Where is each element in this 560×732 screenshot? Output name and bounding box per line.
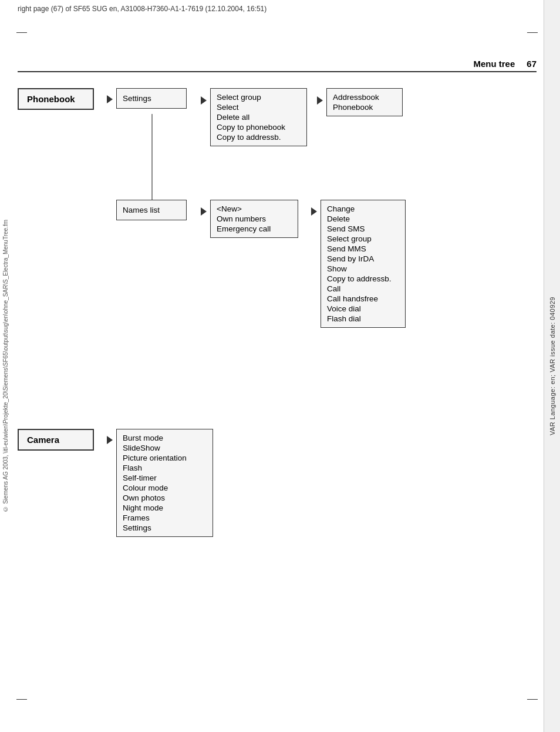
phonebook-item: Phonebook [333, 102, 396, 112]
phonebook-label-box: Phonebook [18, 88, 94, 110]
camera-label: Camera [27, 435, 59, 445]
call-item: Call [327, 284, 399, 294]
phonebook-to-settings-arrow [104, 95, 115, 103]
page-title-label: Menu tree [473, 59, 515, 69]
settings-subitem-select: Select [217, 102, 301, 112]
nameslist-to-subitems-arrow [198, 207, 209, 216]
top-mark-right [527, 32, 538, 33]
sendmms-item: Send MMS [327, 244, 399, 254]
flashdial-item: Flash dial [327, 314, 399, 324]
nameslist-subitem-new: <New> [217, 204, 292, 214]
right-sidebar-text: VAR Language: en; VAR issue date: 040929 [549, 297, 556, 435]
copytoaddrb-sub-item: Copy to addressb. [327, 274, 399, 284]
camera-item-colourmode: Colour mode [123, 483, 207, 493]
camera-item-ownphotos: Own photos [123, 493, 207, 503]
top-mark-left [16, 32, 27, 33]
camera-to-items-arrow [104, 436, 115, 444]
show-item: Show [327, 264, 399, 274]
selectgroup-to-addressbook-arrow [315, 96, 325, 105]
settings-to-selectgroup-arrow [198, 96, 209, 105]
right-sidebar: VAR Language: en; VAR issue date: 040929 [544, 0, 560, 732]
nameslist-label: Names list [123, 205, 180, 215]
camera-item-flash: Flash [123, 463, 207, 473]
camera-label-box: Camera [18, 429, 94, 451]
settings-subitem-copytophonebook: Copy to phonebook [217, 122, 301, 132]
selectgroup-sub-item: Select group [327, 234, 399, 244]
settings-subitem-deleteall: Delete all [217, 112, 301, 122]
page-number: 67 [527, 59, 537, 69]
bottom-mark-right-line [527, 699, 538, 700]
sendsms-item: Send SMS [327, 224, 399, 234]
delete-item: Delete [327, 214, 399, 224]
camera-item-frames: Frames [123, 513, 207, 523]
nameslist-subitem-emergencycall: Emergency call [217, 224, 292, 234]
sendbyirda-item: Send by IrDA [327, 254, 399, 264]
settings-subitems-box: Select group Select Delete all Copy to p… [210, 88, 307, 146]
nameslist-subitems-box: <New> Own numbers Emergency call [210, 200, 298, 238]
camera-item-nightmode: Night mode [123, 503, 207, 513]
camera-item-pictureorientation: Picture orientation [123, 453, 207, 463]
header-text: right page (67) of SF65 SUG en, A31008-H… [18, 5, 266, 13]
arrow-selectgroup-addressbook [317, 96, 323, 105]
change-item: Change [327, 204, 399, 214]
left-sidebar-text: © Siemens AG 2003, \itl-eu\wien\Projekte… [2, 220, 9, 512]
arrow-phonebook-settings [107, 95, 113, 103]
vertical-connector-1 [151, 114, 153, 207]
arrow-new-change [311, 207, 317, 216]
voicedial-item: Voice dial [327, 304, 399, 314]
addressbook-item: Addressbook [333, 92, 396, 102]
settings-box: Settings [116, 88, 187, 109]
settings-subitem-copytoaddrb: Copy to addressb. [217, 132, 301, 142]
nameslist-box: Names list [116, 200, 187, 220]
change-subitems-box: Change Delete Send SMS Select group Send… [321, 200, 406, 328]
addressbook-box: Addressbook Phonebook [326, 88, 403, 116]
callhandsfree-item: Call handsfree [327, 294, 399, 304]
settings-label: Settings [123, 93, 180, 103]
bottom-mark-left-line [16, 699, 27, 700]
arrow-nameslist-subitems [201, 207, 207, 216]
phonebook-label: Phonebook [27, 94, 75, 104]
camera-item-burstmode: Burst mode [123, 433, 207, 443]
arrow-camera-items [107, 436, 113, 444]
new-to-change-arrow [309, 207, 319, 216]
page-header: right page (67) of SF65 SUG en, A31008-H… [18, 5, 542, 13]
settings-subitem-selectgroup: Select group [217, 92, 301, 102]
camera-item-settings: Settings [123, 523, 207, 533]
camera-items-box: Burst mode SlideShow Picture orientation… [116, 429, 213, 537]
arrow-settings-selectgroup [201, 96, 207, 105]
left-sidebar: © Siemens AG 2003, \itl-eu\wien\Projekte… [0, 47, 11, 685]
camera-item-slideshow: SlideShow [123, 443, 207, 453]
main-content: Phonebook Settings Select group [18, 70, 537, 697]
nameslist-subitem-ownnumbers: Own numbers [217, 214, 292, 224]
camera-item-selftimer: Self-timer [123, 473, 207, 483]
